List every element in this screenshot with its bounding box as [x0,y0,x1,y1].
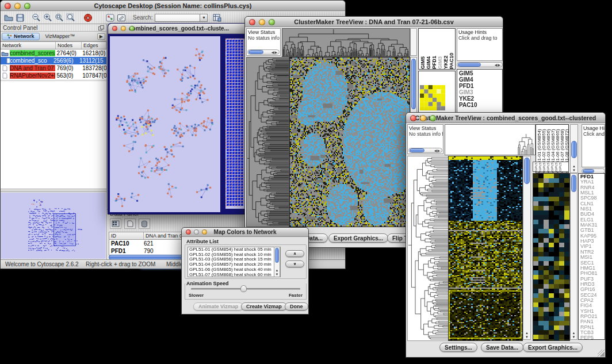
status-zoom-hint: Right-click + drag to ZOOM [86,261,155,267]
status-welcome: Welcome to Cytoscape 2.6.2 [5,261,79,267]
tv1-column-dendrogram[interactable] [282,28,410,57]
treeview1-title: ClusterMaker TreeView : DNA and Tran 07-… [294,18,454,25]
tv1-heatmap[interactable] [289,57,410,227]
tv2-gene-scrollbar[interactable]: ▲▼ [570,173,577,340]
tv1-mini-heatmap[interactable] [420,85,445,110]
zoom-column-label: GPL51-07 (GSM868) [554,162,559,171]
tab-network[interactable]: Network [2,33,40,40]
tv2-settings-button[interactable]: Settings... [439,343,477,352]
tab-vizmapper[interactable]: VizMapper™ [40,33,81,39]
network-graph-canvas[interactable] [110,36,220,212]
network-view-title: combined_scores_good.txt--cluste... [129,25,229,32]
gene-label[interactable]: PAC10 [459,102,502,108]
tv1-export-graphics-button[interactable]: Export Graphics... [328,233,388,243]
vizmapper-icon[interactable] [104,13,116,23]
help-lifering-icon[interactable] [82,13,94,23]
zoom-window-icon[interactable] [430,115,436,121]
zoom-window-icon[interactable] [269,19,275,25]
minimize-icon[interactable] [420,115,426,121]
create-vizmap-button[interactable]: Create Vizmap [241,302,287,311]
move-up-button[interactable]: ∧ [285,250,304,257]
network-row-rnapuber[interactable]: RNAPuberNov2+I 563(0) 107847(0) [1,72,106,79]
network-tab-icon [7,34,12,39]
float-panel-icon[interactable] [98,22,104,33]
tv2-save-data-button[interactable]: Save Data... [481,343,523,352]
tab-overflow-arrow[interactable]: ▶ [97,33,105,40]
zoom-in-icon[interactable] [42,13,53,23]
zoom-fit-icon[interactable] [65,13,76,23]
tv1-usage-hints-panel: Usage Hints Click and drag to [457,28,503,61]
tv2-zoom-heatmap[interactable] [533,173,570,341]
zoom-selected-icon[interactable] [53,13,65,23]
zoom-column-label: GPL51-01 (GSM854) [534,162,538,171]
minimize-icon[interactable] [121,26,126,31]
tv2-column-scrollbar[interactable]: ▲▼ [570,124,578,173]
speed-slider-thumb[interactable] [240,285,247,292]
search-dropdown-button[interactable]: ▼ [200,14,208,22]
column-label: GIM4 [426,29,431,69]
tv2-gene-list[interactable]: PFD1YRA1RNR4MSL1SPC98CLN1NIS1BUD4ELG1MAK… [578,173,605,340]
zoom-out-icon[interactable] [30,13,42,23]
zoom-window-icon[interactable] [129,26,135,31]
close-icon[interactable] [410,115,416,121]
minimize-icon[interactable] [194,229,199,235]
column-label: PFD1 [431,29,437,69]
resize-grip[interactable] [598,350,605,357]
tv1-status-scrollbar[interactable]: ◀▶ [247,49,280,55]
close-icon[interactable] [186,229,191,235]
minimize-icon[interactable] [259,19,265,25]
tv2-heatmap[interactable] [448,156,523,341]
open-file-icon[interactable] [3,13,14,23]
tv2-status-scrollbar[interactable]: ◀▶ [408,148,442,153]
tv2-row-dendrogram[interactable] [407,156,449,341]
tv2-vertical-scrollbar[interactable]: ▲▼ [523,156,531,340]
panel-divider-handle[interactable] [1,189,106,192]
zoom-column-label: GPL51-02 (GSM855) [538,162,542,171]
network-row-dna-tran[interactable]: DNA and Tran 07 769(0) 183728(0) [1,64,106,72]
gene-label[interactable]: PEP5 [580,335,605,340]
new-attribute-icon[interactable] [124,219,136,229]
done-button[interactable]: Done [285,302,308,311]
save-icon[interactable] [14,13,26,23]
tv1-column-scrollbar[interactable] [410,28,417,56]
minimize-icon[interactable] [14,3,21,9]
file-icon [1,58,10,64]
window-controls[interactable] [5,3,30,9]
network-table: combined_scores 2764(0) 16218(0) combine… [1,49,106,79]
gene-label[interactable]: YKE2 [459,95,502,102]
tv1-usage-scrollbar[interactable]: ◀▶ [457,62,503,67]
tv2-view-status-panel: View Status No status info f ◀▶ [407,124,443,154]
search-input[interactable] [155,14,200,22]
close-icon[interactable] [5,3,11,9]
gene-label[interactable]: GIM5 [459,70,502,76]
tv2-export-graphics-button[interactable]: Export Graphics... [523,343,583,352]
zoom-window-icon[interactable] [24,3,30,9]
animate-vizmap-button[interactable]: Animate Vizmap [193,302,243,311]
close-icon[interactable] [112,26,117,31]
attribute-list[interactable]: GPL51-01 (GSM854) heat shock 05 minGPL51… [188,247,281,277]
network-row-combined-sco[interactable]: combined_sco 2569(6) 13112(15) [1,57,106,64]
attribute-browser-icon[interactable] [211,13,223,23]
network-grid-canvas[interactable] [225,39,245,209]
map-colors-dialog: Map Colors to Network Attribute List GPL… [181,227,309,315]
tv1-row-dendrogram[interactable] [246,57,289,227]
network-overview-canvas[interactable] [1,193,106,259]
network-row-combined-scores[interactable]: combined_scores 2764(0) 16218(0) [1,49,106,57]
annotation-icon[interactable] [116,13,127,23]
treeview2-window: ClusterMaker TreeView : combined_scores_… [406,112,606,358]
zoom-window-icon[interactable] [202,229,207,235]
network-table-header[interactable]: Network Nodes Edges [1,41,106,49]
network-view-window: combined_scores_good.txt--cluste... [108,23,250,214]
gene-label[interactable]: GIM4 [459,76,502,83]
attribute-item[interactable]: GPL51-07 (GSM868) heat shock 60 min [188,273,280,277]
select-attributes-icon[interactable] [110,219,121,229]
main-titlebar[interactable]: Cytoscape Desktop (Session Name: collins… [1,1,345,11]
tv2-column-dendrogram[interactable] [445,124,536,155]
gene-label[interactable]: PFD1 [459,83,502,89]
delete-attribute-icon[interactable] [139,219,150,229]
attribute-list-scrollbar[interactable]: ▲▼ [274,247,280,277]
close-icon[interactable] [249,19,255,25]
move-down-button[interactable]: ∨ [285,260,304,267]
control-panel-title: Control Panel [1,25,98,31]
gene-label[interactable]: GIM3 [459,89,502,95]
